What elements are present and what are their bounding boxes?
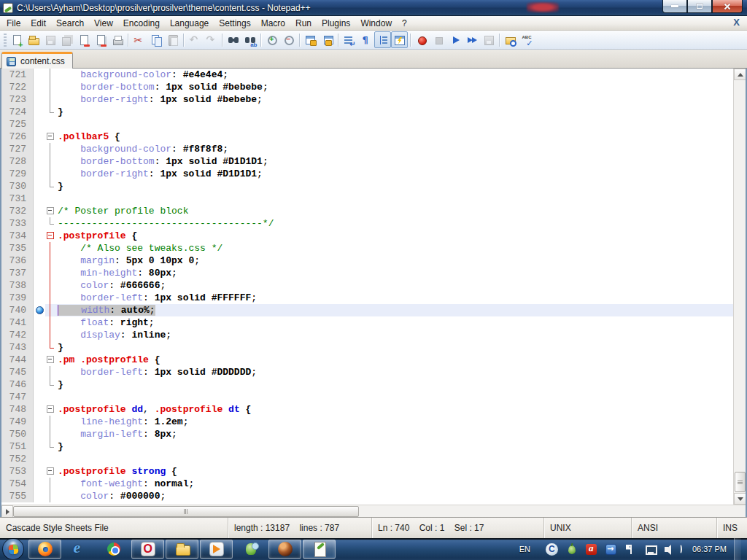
show-desktop-button[interactable]: [734, 538, 741, 560]
bookmark-margin[interactable]: [34, 106, 45, 118]
bookmark-margin[interactable]: [34, 254, 45, 267]
bookmark-margin[interactable]: [34, 242, 45, 254]
taskbar-messenger-button[interactable]: [234, 540, 267, 559]
bookmark-margin[interactable]: [34, 416, 45, 428]
menu-item-edit[interactable]: Edit: [26, 17, 51, 30]
close-file-button[interactable]: [75, 31, 92, 48]
macro-record-button[interactable]: [413, 31, 430, 48]
bookmark-margin[interactable]: [34, 93, 45, 106]
menu-item-language[interactable]: Language: [165, 17, 214, 30]
bookmark-margin[interactable]: [34, 428, 45, 440]
sync-icon[interactable]: [605, 543, 617, 556]
action-center-icon[interactable]: [624, 543, 637, 556]
zoom-in-button[interactable]: [263, 31, 280, 48]
bookmark-margin[interactable]: [34, 279, 45, 292]
bookmark-margin[interactable]: [34, 143, 45, 155]
bookmark-margin[interactable]: [34, 403, 45, 416]
fold-toggle[interactable]: [45, 131, 55, 143]
spell-check-button[interactable]: [519, 31, 535, 48]
bookmark-margin[interactable]: [34, 180, 45, 192]
start-button[interactable]: [2, 538, 24, 560]
fold-toggle[interactable]: [45, 205, 55, 217]
scroll-down-button[interactable]: [734, 493, 746, 505]
fold-toggle[interactable]: [45, 403, 55, 416]
bookmark-margin[interactable]: [34, 131, 45, 143]
bookmark-margin[interactable]: [34, 267, 45, 279]
menu-item-view[interactable]: View: [89, 17, 118, 30]
tab-content-css[interactable]: content.css: [1, 52, 73, 69]
scroll-up-button[interactable]: [734, 69, 746, 80]
bookmark-margin[interactable]: [34, 292, 45, 304]
open-containing-folder-button[interactable]: [502, 31, 519, 48]
menu-item-settings[interactable]: Settings: [214, 17, 255, 30]
editor-lines[interactable]: 721 background-color: #e4e4e4;722 border…: [1, 69, 733, 505]
bookmark-margin[interactable]: [34, 490, 45, 502]
cut-button[interactable]: [131, 31, 147, 48]
volume-icon[interactable]: [664, 543, 676, 556]
find-button[interactable]: [225, 31, 241, 48]
print-button[interactable]: [109, 31, 125, 48]
vertical-scrollbar[interactable]: [733, 69, 746, 505]
menu-item-macro[interactable]: Macro: [256, 17, 290, 30]
language-indicator[interactable]: EN: [519, 545, 530, 553]
menu-item-window[interactable]: Window: [355, 17, 397, 30]
macro-run-multiple-button[interactable]: [463, 31, 480, 48]
bookmark-margin[interactable]: [34, 217, 45, 230]
menu-item-search[interactable]: Search: [51, 17, 89, 30]
bookmark-margin[interactable]: [34, 366, 45, 378]
network-icon[interactable]: [644, 543, 657, 556]
sync-horizontal-button[interactable]: [319, 31, 336, 48]
fold-toggle[interactable]: [45, 465, 55, 478]
taskbar-media-player-button[interactable]: [200, 540, 233, 559]
bookmark-margin[interactable]: [34, 81, 45, 93]
taskbar-internet-explorer-button[interactable]: [63, 540, 96, 559]
close-button[interactable]: [712, 0, 743, 13]
word-wrap-button[interactable]: [341, 31, 357, 48]
bookmark-margin[interactable]: [34, 465, 45, 478]
menu-item-encoding[interactable]: Encoding: [118, 17, 165, 30]
bookmark-margin[interactable]: [34, 230, 45, 242]
horizontal-scroll-thumb[interactable]: [13, 506, 359, 517]
avira-icon[interactable]: [585, 543, 597, 556]
show-indent-guide-button[interactable]: [374, 31, 391, 48]
bookmark-margin[interactable]: [34, 118, 45, 131]
bookmark-margin[interactable]: [34, 155, 45, 168]
taskbar-opera-button[interactable]: [131, 540, 164, 559]
taskbar-chrome-button[interactable]: [97, 540, 130, 559]
vertical-scroll-thumb[interactable]: [735, 472, 746, 492]
bookmark-margin[interactable]: [34, 316, 45, 329]
taskbar-firefox-button[interactable]: [28, 540, 61, 559]
menu-item-help[interactable]: ?: [397, 17, 412, 30]
menu-item-run[interactable]: Run: [290, 17, 317, 30]
taskbar-browser-globe-button[interactable]: [268, 540, 301, 559]
macro-play-button[interactable]: [446, 31, 463, 48]
open-file-button[interactable]: [25, 31, 42, 48]
ccleaner-icon[interactable]: [546, 543, 558, 556]
bookmark-margin[interactable]: [34, 205, 45, 217]
taskbar-clock[interactable]: 06:37 PM: [692, 545, 727, 553]
bookmark-margin[interactable]: [34, 354, 45, 366]
bookmark-margin[interactable]: [34, 440, 45, 453]
bookmark-margin[interactable]: [34, 304, 45, 316]
copy-button[interactable]: [147, 31, 164, 48]
sync-vertical-button[interactable]: [302, 31, 319, 48]
replace-button[interactable]: [241, 31, 258, 48]
close-all-button[interactable]: [92, 31, 109, 48]
bookmark-margin[interactable]: [34, 391, 45, 403]
scroll-right-button[interactable]: [1, 505, 13, 517]
minimize-button[interactable]: [662, 0, 687, 13]
taskbar-notepad-plus-plus-button[interactable]: [303, 540, 336, 559]
bookmark-margin[interactable]: [34, 168, 45, 180]
menu-item-file[interactable]: File: [1, 17, 26, 30]
bookmark-margin[interactable]: [34, 478, 45, 490]
bookmark-margin[interactable]: [34, 192, 45, 205]
bookmark-margin[interactable]: [34, 453, 45, 465]
new-file-button[interactable]: [8, 31, 25, 48]
show-all-characters-button[interactable]: [357, 31, 374, 48]
menu-item-plugins[interactable]: Plugins: [317, 17, 355, 30]
fold-toggle[interactable]: [45, 230, 55, 242]
restore-button[interactable]: [687, 0, 712, 13]
fold-toggle[interactable]: [45, 354, 55, 366]
bookmark-margin[interactable]: [34, 329, 45, 341]
tor-icon[interactable]: [565, 543, 578, 556]
